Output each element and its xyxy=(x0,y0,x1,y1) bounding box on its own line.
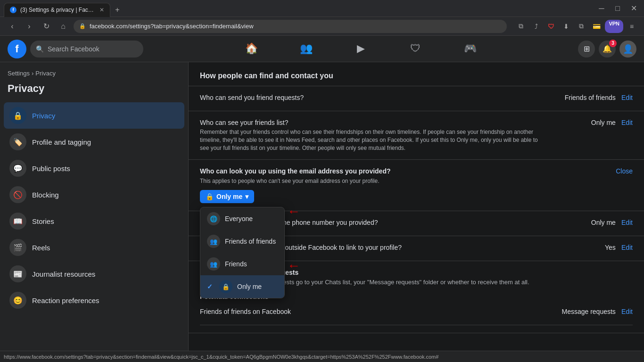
friends-list-question: Who can see your friends list? xyxy=(200,119,540,126)
sidebar-label-reaction: Reaction preferences xyxy=(32,296,99,304)
privacy-icon: 🔒 xyxy=(9,107,26,124)
email-lookup-close[interactable]: Close xyxy=(616,167,633,175)
dropdown-current-value: Only me xyxy=(216,193,242,200)
adblock-button[interactable]: 🛡 xyxy=(545,20,558,33)
dropdown-lock-icon: 🔒 xyxy=(206,193,214,200)
only-me-icon: 🔒 xyxy=(219,280,232,293)
facebook-header: f 🔍 🏠 👥 ▶ 🛡 🎮 ⊞ 🔔 3 👤 xyxy=(0,36,644,62)
forward-button[interactable]: › xyxy=(23,20,36,33)
home-button[interactable]: ⌂ xyxy=(57,20,70,33)
phone-lookup-edit[interactable]: Edit xyxy=(621,219,633,226)
sidebar-label-profile-tagging: Profile and tagging xyxy=(32,138,91,146)
email-lookup-question: Who can look you up using the email addr… xyxy=(200,167,616,175)
checkmark-icon: ✓ xyxy=(207,283,213,290)
phone-lookup-value: Only me xyxy=(591,219,616,226)
potential-connections-value: Message requests xyxy=(561,308,615,315)
friend-requests-left: Who can send you friend requests? xyxy=(200,94,540,103)
dropdown-option-friends-of-friends[interactable]: 👥 Friends of friends xyxy=(200,230,284,253)
sidebar-item-public-posts[interactable]: 💬 Public posts xyxy=(4,155,184,181)
stories-icon: 📖 xyxy=(9,213,26,230)
close-window-button[interactable]: ✕ xyxy=(627,2,640,15)
friends-icon: 👥 xyxy=(207,257,220,271)
header-right: ⊞ 🔔 3 👤 xyxy=(578,41,636,58)
back-button[interactable]: ‹ xyxy=(6,20,19,33)
browser-tab-active[interactable]: f (3) Settings & privacy | Facebook ✕ xyxy=(4,3,110,17)
nav-home-button[interactable]: 🏠 xyxy=(225,38,278,60)
section-header: How people can find and contact you xyxy=(189,62,644,86)
search-icon: 🔍 xyxy=(36,45,44,53)
public-posts-icon: 💬 xyxy=(9,160,26,177)
sidebar-item-reels[interactable]: 🎬 Reels xyxy=(4,234,184,261)
reload-button[interactable]: ↻ xyxy=(40,20,53,33)
breadcrumb-current: Privacy xyxy=(35,70,56,77)
outside-search-edit[interactable]: Edit xyxy=(621,244,633,251)
outside-search-value: Yes xyxy=(605,244,616,251)
dropdown-option-only-me[interactable]: ✓ 🔒 Only me xyxy=(200,275,284,298)
phone-lookup-right: Only me Edit xyxy=(548,219,633,226)
address-bar[interactable]: 🔒 facebook.com/settings?tab=privacy&sect… xyxy=(74,20,507,33)
email-lookup-dropdown-btn[interactable]: 🔒 Only me ▾ xyxy=(200,190,254,203)
arrow-indicator: ← xyxy=(287,204,300,219)
nav-groups-button[interactable]: 🛡 xyxy=(389,38,442,60)
download-button[interactable]: ⬇ xyxy=(560,20,573,33)
status-url: https://www.facebook.com/settings?tab=pr… xyxy=(4,354,438,360)
potential-connections-edit[interactable]: Edit xyxy=(621,308,633,315)
arrow-indicator-2: ← xyxy=(287,258,300,273)
potential-connections-question: Friends of friends on Facebook xyxy=(200,308,540,315)
email-lookup-row: Who can look you up using the email addr… xyxy=(189,160,644,211)
extensions-button[interactable]: ⧉ xyxy=(514,20,528,33)
browser-nav: ‹ › ↻ ⌂ 🔒 facebook.com/settings?tab=priv… xyxy=(0,17,644,36)
everyone-icon: 🌐 xyxy=(207,212,220,225)
search-bar[interactable]: 🔍 xyxy=(30,41,143,58)
potential-connections-left: Friends of friends on Facebook xyxy=(200,308,540,317)
potential-connections-row: Friends of friends on Facebook Message r… xyxy=(200,300,633,325)
friend-requests-edit[interactable]: Edit xyxy=(621,94,633,101)
dropdown-option-everyone[interactable]: 🌐 Everyone xyxy=(200,207,284,230)
minimize-button[interactable]: ─ xyxy=(595,2,608,15)
friends-list-edit[interactable]: Edit xyxy=(621,119,633,126)
breadcrumb-separator: › xyxy=(32,70,33,77)
vpn-badge[interactable]: VPN xyxy=(605,20,623,33)
apps-button[interactable]: ⊞ xyxy=(578,41,595,58)
url-display: facebook.com/settings?tab=privacy&sectio… xyxy=(90,23,254,30)
sidebar-label-reels: Reels xyxy=(32,244,50,252)
nav-gaming-button[interactable]: 🎮 xyxy=(444,38,496,60)
email-lookup-dropdown-menu: 🌐 Everyone 👥 Friends of friends 👥 Friend… xyxy=(200,207,285,298)
sidebar-item-blocking[interactable]: 🚫 Blocking xyxy=(4,181,184,208)
journalist-icon: 📰 xyxy=(9,265,26,282)
friends-label: Friends xyxy=(225,260,247,268)
friends-list-value: Only me xyxy=(591,119,616,126)
sidebar-label-privacy: Privacy xyxy=(32,112,55,120)
tab-close-button[interactable]: ✕ xyxy=(99,7,104,13)
dropdown-option-friends[interactable]: 👥 Friends xyxy=(200,253,284,275)
notifications-button[interactable]: 🔔 3 xyxy=(599,41,616,58)
browser-actions: ⧉ ⤴ 🛡 ⬇ ⧉ 💳 VPN ≡ xyxy=(514,20,638,33)
sidebar-item-stories[interactable]: 📖 Stories xyxy=(4,208,184,234)
split-view-button[interactable]: ⧉ xyxy=(575,20,588,33)
new-tab-button[interactable]: + xyxy=(110,3,124,17)
friends-list-row: Who can see your friends list? Remember … xyxy=(189,111,644,160)
sidebar: Settings › Privacy Privacy 🔒 Privacy 🏷️ … xyxy=(0,62,189,362)
maximize-button[interactable]: □ xyxy=(611,2,624,15)
dropdown-chevron-icon: ▾ xyxy=(245,193,248,200)
share-button[interactable]: ⤴ xyxy=(529,20,543,33)
profile-avatar[interactable]: 👤 xyxy=(619,41,636,58)
friend-requests-row: Who can send you friend requests? Friend… xyxy=(189,86,644,111)
sidebar-item-journalist[interactable]: 📰 Journalist resources xyxy=(4,261,184,287)
friend-requests-right: Friends of friends Edit xyxy=(548,94,633,101)
breadcrumb-settings[interactable]: Settings xyxy=(8,70,30,77)
nav-friends-button[interactable]: 👥 xyxy=(280,38,332,60)
facebook-logo[interactable]: f xyxy=(8,40,26,58)
content-area: How people can find and contact you Who … xyxy=(189,62,644,362)
friend-requests-question: Who can send you friend requests? xyxy=(200,94,540,101)
sidebar-item-reaction[interactable]: 😊 Reaction preferences xyxy=(4,287,184,313)
sidebar-item-profile-tagging[interactable]: 🏷️ Profile and tagging xyxy=(4,129,184,155)
search-input[interactable] xyxy=(48,45,138,53)
sidebar-item-privacy[interactable]: 🔒 Privacy xyxy=(4,102,184,129)
nav-video-button[interactable]: ▶ xyxy=(334,38,387,60)
blocking-icon: 🚫 xyxy=(9,186,26,203)
wallet-button[interactable]: 💳 xyxy=(590,20,603,33)
reels-icon: 🎬 xyxy=(9,239,26,256)
menu-button[interactable]: ≡ xyxy=(625,20,638,33)
sidebar-label-blocking: Blocking xyxy=(32,191,59,199)
